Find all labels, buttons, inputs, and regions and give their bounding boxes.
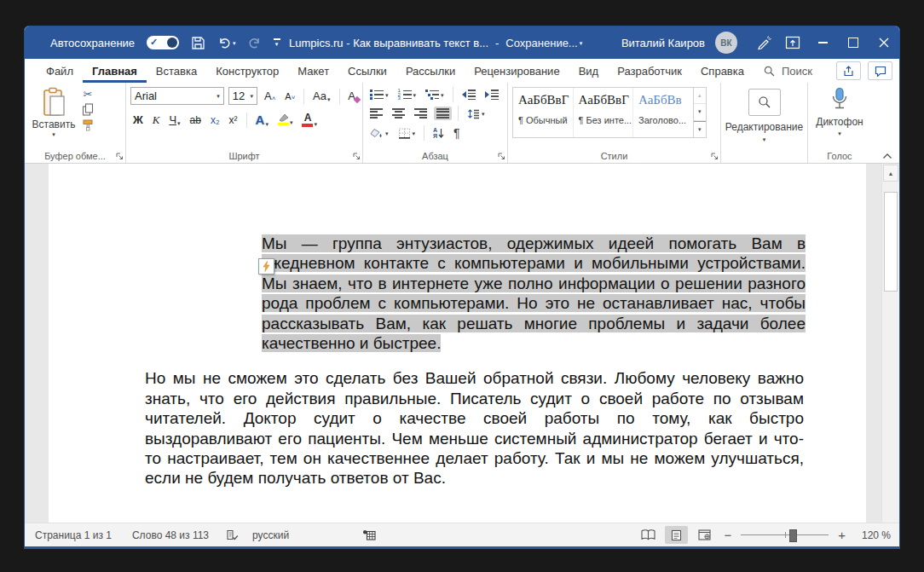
justify-button[interactable] [434,107,452,120]
shading-button[interactable]: ▾ [367,126,391,141]
editing-button[interactable]: Редактирование ▾ [725,87,803,142]
save-button[interactable] [191,36,205,50]
styles-dialog-launcher[interactable] [711,153,719,160]
underline-button[interactable]: Ч ▾ [166,113,182,127]
web-layout-button[interactable] [693,526,716,544]
increase-indent-button[interactable] [482,88,501,101]
subscript-button[interactable]: x₂ [208,113,222,127]
paragraph-selected[interactable]: Мы — группа энтузиастов, одержимых идеей… [262,234,806,353]
align-left-button[interactable] [367,107,385,120]
superscript-button[interactable]: x² [227,113,240,127]
tab-file[interactable]: Файл [37,59,83,83]
decrease-indent-button[interactable] [459,88,478,101]
language-status[interactable]: русский [251,529,291,541]
triangle-up-icon: ▲ [888,170,894,176]
styles-more-button[interactable]: ▾ [694,121,706,137]
format-painter-icon [82,119,94,131]
font-color-button[interactable]: А ▾ [299,112,320,128]
style-no-spacing[interactable]: АаБбВвГ ¶ Без инте... [574,88,634,137]
tab-references[interactable]: Ссылки [338,59,396,83]
font-size-combo[interactable]: 12 ▾ [228,87,257,105]
line-spacing-button[interactable]: ▾ [465,107,488,121]
borders-button[interactable]: ▾ [396,126,419,141]
tab-design[interactable]: Конструктор [206,59,288,83]
proofing-status[interactable] [224,529,240,541]
clear-formatting-button[interactable]: А [345,89,358,103]
read-mode-button[interactable] [637,526,660,544]
undo-icon [217,36,231,49]
ribbon-display-options-button[interactable] [778,26,807,59]
dictate-button[interactable]: Диктофон ▾ [816,87,863,136]
minimize-button[interactable] [807,26,838,59]
share-button[interactable] [836,61,861,80]
read-mode-icon [641,529,655,540]
styles-scroll-up-button[interactable]: ▴ [694,88,706,104]
page-number-status[interactable]: Страница 1 из 1 [33,529,113,541]
tab-mailings[interactable]: Рассылки [396,59,465,83]
account-name[interactable]: Виталий Каиров [621,37,705,49]
save-status-dropdown[interactable]: Сохранение... ▾ [505,37,582,49]
multilevel-list-button[interactable]: ▾ [423,88,447,101]
autosave-toggle[interactable]: ✓ [147,36,179,49]
style-normal[interactable]: АаБбВвГ ¶ Обычный [513,88,574,137]
collapse-ribbon-button[interactable] [882,153,892,159]
shrink-font-button[interactable]: А˅ [282,90,297,102]
text-effects-button[interactable]: А ▾ [253,112,271,128]
scrollbar-thumb[interactable] [884,192,898,292]
text-highlight-button[interactable]: ▾ [275,113,296,127]
document-page[interactable]: Мы — группа энтузиастов, одержимых идеей… [49,164,866,523]
selected-text[interactable]: Мы — группа энтузиастов, одержимых идеей… [262,234,806,352]
zoom-level[interactable]: 120 % [853,529,891,541]
redo-button[interactable] [248,36,262,49]
strikethrough-button[interactable]: ab [188,113,204,127]
font-name-combo[interactable]: Arial ▾ [130,87,224,105]
bold-button[interactable]: Ж [130,113,146,127]
print-layout-button[interactable] [665,526,688,544]
tab-insert[interactable]: Вставка [147,59,206,83]
styles-scroll-down-button[interactable]: ▾ [694,104,706,120]
tab-help[interactable]: Справка [691,59,754,83]
sort-button[interactable]: А Я [430,125,447,141]
comments-button[interactable] [868,61,892,80]
copy-button[interactable] [82,103,94,116]
tab-home[interactable]: Главная [83,59,147,83]
format-painter-button[interactable] [82,119,94,131]
zoom-slider-thumb[interactable] [789,529,797,542]
tab-review[interactable]: Рецензирование [465,59,569,83]
align-center-button[interactable] [390,107,407,120]
style-heading1[interactable]: АаБбВв Заголово... [633,88,693,137]
paragraph-dialog-launcher[interactable] [498,153,505,160]
change-case-button[interactable]: Аа ▾ [310,89,333,103]
clipboard-group-label: Буфер обме... [25,151,125,161]
autocorrect-options-button[interactable] [258,258,274,274]
zoom-in-button[interactable]: + [835,529,848,541]
search-label: Поиск [782,65,812,78]
numbering-button[interactable]: 1 2 3 ▾ [396,88,419,101]
macro-record-button[interactable] [361,529,378,540]
cut-button[interactable]: ✂ [84,89,93,100]
avatar[interactable]: ВК [715,32,737,54]
tab-view[interactable]: Вид [569,59,609,83]
undo-button[interactable]: ▾ [217,36,236,49]
search-box[interactable]: Поиск [764,59,812,83]
show-paragraph-marks-button[interactable]: ¶ [451,124,463,142]
paragraph[interactable]: Но мы не сможем это сделать без Вашей об… [145,368,804,488]
vertical-scrollbar[interactable]: ▲ [881,164,899,523]
tab-developer[interactable]: Разработчик [608,59,691,83]
zoom-out-button[interactable]: − [721,529,734,541]
word-count-status[interactable]: Слово 48 из 113 [130,529,211,541]
paste-button[interactable]: Вставить ▾ [29,87,78,147]
zoom-slider[interactable] [741,529,829,541]
maximize-button[interactable] [838,26,869,59]
align-right-button[interactable] [412,107,430,120]
grow-font-button[interactable]: А˄ [262,89,278,103]
bullets-button[interactable]: ▾ [367,88,391,101]
customize-quick-access-button[interactable]: ▾ [274,38,280,47]
close-button[interactable] [869,26,899,59]
scroll-up-button[interactable]: ▲ [883,165,898,182]
ink-pen-button[interactable] [749,26,778,59]
clipboard-dialog-launcher[interactable] [116,153,124,160]
tab-layout[interactable]: Макет [288,59,338,83]
italic-button[interactable]: К [150,113,163,128]
font-dialog-launcher[interactable] [353,153,361,160]
